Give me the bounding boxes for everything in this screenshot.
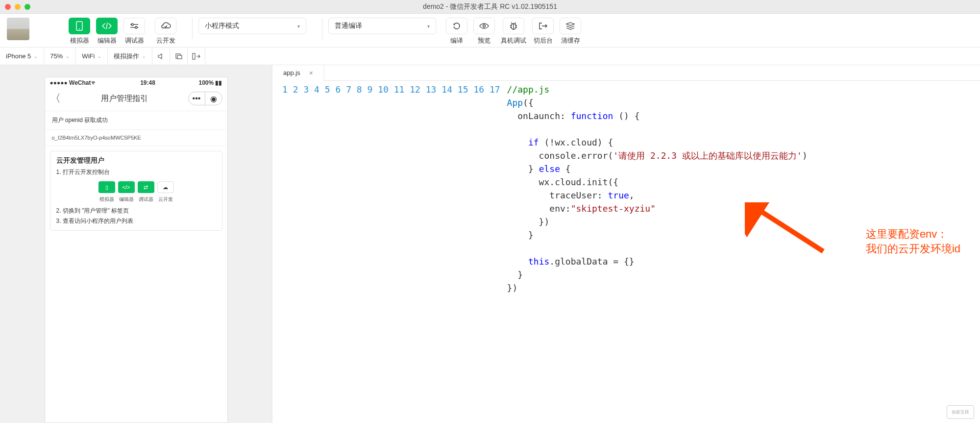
window-title: demo2 - 微信开发者工具 RC v1.02.1905151 xyxy=(423,2,557,11)
remote-debug-button[interactable]: 真机调试 xyxy=(501,18,526,45)
layers-icon xyxy=(560,18,581,34)
annotation-line-1: 这里要配资env： xyxy=(866,227,960,242)
window-controls xyxy=(5,4,30,10)
editor-pane: app.js × 1 2 3 4 5 6 7 8 9 10 11 12 13 1… xyxy=(272,65,980,423)
mini-labels: 模拟器 编辑器 调试器 云开发 xyxy=(56,196,216,203)
chevron-down-icon: ⌄ xyxy=(98,54,101,59)
cloud-group: 云开发 xyxy=(155,18,176,45)
back-button[interactable]: 〈 xyxy=(50,91,61,106)
simulator-button[interactable]: 模拟器 xyxy=(69,18,90,45)
collapse-button[interactable] xyxy=(188,48,205,65)
carrier-text: ●●●●● WeChat xyxy=(50,79,91,86)
file-tab-appjs[interactable]: app.js × xyxy=(272,65,324,81)
titlebar: demo2 - 微信开发者工具 RC v1.02.1905151 xyxy=(0,0,980,14)
project-avatar[interactable] xyxy=(7,18,29,40)
code-icon xyxy=(96,18,118,34)
editor-label: 编辑器 xyxy=(98,36,117,45)
mini-sim-label: 模拟器 xyxy=(98,196,115,203)
mini-cloud-label: 云开发 xyxy=(157,196,174,203)
code-editor[interactable]: 1 2 3 4 5 6 7 8 9 10 11 12 13 14 15 16 1… xyxy=(272,81,980,294)
mute-button[interactable] xyxy=(152,48,170,65)
network-select[interactable]: WiFi ⌄ xyxy=(76,48,108,65)
chevron-down-icon: ▾ xyxy=(427,24,430,29)
simulator-label: 模拟器 xyxy=(70,36,89,45)
phone-navbar: 〈 用户管理指引 ••• ◉ xyxy=(45,88,227,111)
settings-icon: ⇄ xyxy=(138,181,154,193)
annotation-arrow xyxy=(745,202,833,261)
debugger-button[interactable]: 调试器 xyxy=(123,18,145,45)
chevron-down-icon: ⌄ xyxy=(142,54,146,59)
cloud-dev-button[interactable]: 云开发 xyxy=(155,18,176,45)
capsule: ••• ◉ xyxy=(188,92,222,105)
guide-step-3: 3. 查看访问小程序的用户列表 xyxy=(56,217,216,225)
close-tab-icon[interactable]: × xyxy=(309,69,313,77)
mock-value: 模拟操作 xyxy=(114,52,139,61)
mini-dbg-label: 调试器 xyxy=(138,196,154,203)
detach-button[interactable] xyxy=(170,48,188,65)
mode-select[interactable]: 小程序模式 ▾ xyxy=(198,18,306,34)
svg-rect-13 xyxy=(193,53,195,59)
main-area: ●●●●● WeChatᯤ 19:48 100% ▮▮ 〈 用户管理指引 •••… xyxy=(0,65,980,423)
phone-frame: ●●●●● WeChatᯤ 19:48 100% ▮▮ 〈 用户管理指引 •••… xyxy=(45,77,228,423)
card-title: 云开发管理用户 xyxy=(56,156,216,165)
cloud-icon xyxy=(155,18,176,34)
file-tab-label: app.js xyxy=(283,69,300,76)
mini-toolbar-image: ▯ </> ⇄ ☁ xyxy=(56,181,216,193)
chevron-down-icon: ⌄ xyxy=(66,54,70,59)
zoom-value: 75% xyxy=(50,52,63,60)
page-title: 用户管理指引 xyxy=(101,94,148,104)
sound-icon xyxy=(157,53,165,60)
wifi-icon: ᯤ xyxy=(91,79,97,86)
file-tabs: app.js × xyxy=(272,65,980,81)
compile-label: 编译 xyxy=(450,36,463,45)
refresh-icon xyxy=(446,18,467,34)
guide-step-2: 2. 切换到 "用户管理" 标签页 xyxy=(56,207,216,215)
action-group: 编译 预览 真机调试 切后台 清缓存 xyxy=(446,18,581,45)
code-icon: </> xyxy=(118,181,135,193)
time-text: 19:48 xyxy=(140,79,155,86)
minimize-window-button[interactable] xyxy=(15,4,21,10)
openid-status: 用户 openid 获取成功 xyxy=(45,111,227,130)
guide-step-1: 1. 打开云开发控制台 xyxy=(56,168,216,176)
device-select[interactable]: iPhone 5 ⌄ xyxy=(0,48,44,65)
collapse-icon xyxy=(192,53,201,60)
watermark: 创新互联 xyxy=(947,405,974,419)
code-lines: //app.js App({ onLaunch: function () { i… xyxy=(507,83,808,294)
close-mp-button[interactable]: ◉ xyxy=(205,92,222,105)
cloud-icon: ☁ xyxy=(157,181,174,193)
svg-point-5 xyxy=(135,26,137,28)
mock-select[interactable]: 模拟操作 ⌄ xyxy=(108,48,152,65)
preview-button[interactable]: 预览 xyxy=(473,18,495,45)
mini-ed-label: 编辑器 xyxy=(118,196,135,203)
cloud-label: 云开发 xyxy=(156,36,175,45)
main-toolbar: 模拟器 编辑器 调试器 云开发 小程序模式 ▾ 普通编译 ▾ xyxy=(0,14,980,48)
chevron-down-icon: ⌄ xyxy=(34,54,38,59)
close-window-button[interactable] xyxy=(5,4,11,10)
simulator-toolbar: iPhone 5 ⌄ 75% ⌄ WiFi ⌄ 模拟操作 ⌄ xyxy=(0,48,980,65)
bug-icon xyxy=(503,18,524,34)
menu-button[interactable]: ••• xyxy=(189,92,205,105)
mode-select-value: 小程序模式 xyxy=(205,22,239,30)
maximize-window-button[interactable] xyxy=(24,4,30,10)
svg-point-8 xyxy=(483,25,486,27)
settings-icon xyxy=(123,18,145,34)
phone-status-bar: ●●●●● WeChatᯤ 19:48 100% ▮▮ xyxy=(45,77,227,88)
compile-select-value: 普通编译 xyxy=(335,22,362,30)
exit-icon xyxy=(532,18,554,34)
compile-select[interactable]: 普通编译 ▾ xyxy=(328,18,436,34)
simulator-pane: ●●●●● WeChatᯤ 19:48 100% ▮▮ 〈 用户管理指引 •••… xyxy=(0,65,272,423)
annotation-line-2: 我们的云开发环境id xyxy=(866,242,960,256)
clear-cache-label: 清缓存 xyxy=(561,36,580,45)
zoom-select[interactable]: 75% ⌄ xyxy=(44,48,76,65)
view-group: 模拟器 编辑器 调试器 xyxy=(69,18,145,45)
editor-button[interactable]: 编辑器 xyxy=(96,18,118,45)
background-label: 切后台 xyxy=(534,36,553,45)
clear-cache-button[interactable]: 清缓存 xyxy=(560,18,581,45)
device-value: iPhone 5 xyxy=(6,52,31,60)
background-button[interactable]: 切后台 xyxy=(532,18,554,45)
battery-text: 100% ▮▮ xyxy=(198,79,222,86)
annotation-text: 这里要配资env： 我们的云开发环境id xyxy=(866,227,960,256)
compile-button[interactable]: 编译 xyxy=(446,18,467,45)
window-icon xyxy=(175,53,183,60)
remote-debug-label: 真机调试 xyxy=(501,36,526,45)
